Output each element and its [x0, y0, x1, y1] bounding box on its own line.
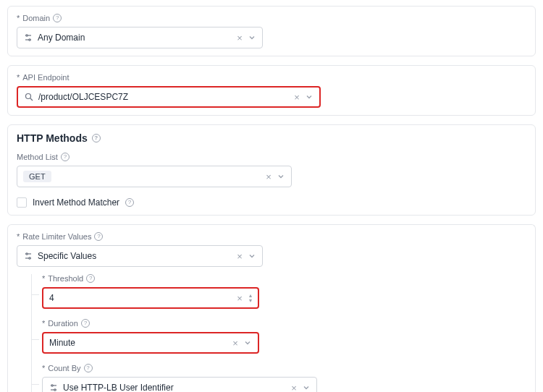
info-icon[interactable]: ?	[81, 319, 90, 328]
method-list-label: Method List ?	[17, 153, 526, 161]
info-icon[interactable]: ?	[125, 198, 134, 207]
domain-section: * Domain ? Any Domain ×	[7, 6, 536, 56]
chevron-down-icon	[302, 383, 311, 392]
svg-point-9	[29, 257, 30, 259]
api-endpoint-section: * API Endpoint /product/OLJCESPC7Z ×	[7, 65, 536, 116]
rate-limiter-nested: * Threshold ? 4 × ▴ ▾ * Duration ? Minut…	[31, 274, 526, 392]
domain-select[interactable]: Any Domain ×	[17, 27, 263, 48]
count-by-field: * Count By ? Use HTTP-LB User Identifier…	[42, 364, 526, 392]
stepper-down-icon: ▾	[249, 298, 252, 303]
chevron-down-icon	[243, 338, 252, 347]
sliders-icon	[49, 383, 59, 392]
svg-point-13	[54, 389, 56, 391]
duration-label: * Duration ?	[42, 319, 526, 328]
rate-limiter-select[interactable]: Specific Values ×	[17, 245, 263, 267]
domain-label: * Domain ?	[17, 14, 526, 22]
http-methods-heading: HTTP Methods ?	[17, 132, 526, 144]
rate-limiter-section: * Rate Limiter Values ? Specific Values …	[7, 224, 536, 392]
sliders-icon	[23, 251, 33, 261]
http-methods-section: HTTP Methods ? Method List ? GET × Inver…	[7, 124, 536, 216]
chevron-down-icon	[305, 93, 313, 101]
invert-method-row[interactable]: Invert Method Matcher ?	[17, 197, 526, 208]
api-endpoint-value: /product/OLJCESPC7Z	[38, 92, 292, 102]
count-by-select[interactable]: Use HTTP-LB User Identifier ×	[42, 377, 317, 392]
threshold-input[interactable]: 4 × ▴ ▾	[42, 287, 259, 309]
info-icon[interactable]: ?	[84, 364, 93, 372]
svg-point-1	[26, 35, 28, 36]
chevron-down-icon	[248, 252, 256, 260]
clear-icon[interactable]: ×	[235, 293, 245, 303]
chevron-down-icon	[277, 172, 285, 181]
clear-icon[interactable]: ×	[230, 338, 240, 348]
info-icon[interactable]: ?	[92, 134, 101, 142]
clear-icon[interactable]: ×	[289, 383, 299, 392]
chevron-down-icon	[248, 33, 256, 42]
info-icon[interactable]: ?	[94, 232, 103, 241]
rate-limiter-value: Specific Values	[38, 251, 235, 261]
svg-point-4	[26, 94, 31, 99]
svg-point-3	[29, 39, 30, 41]
invert-method-label: Invert Method Matcher	[33, 197, 119, 208]
info-icon[interactable]: ?	[53, 14, 62, 22]
info-icon[interactable]: ?	[61, 153, 70, 161]
duration-select[interactable]: Minute ×	[42, 332, 259, 354]
sliders-icon	[23, 33, 33, 43]
threshold-label: * Threshold ?	[42, 274, 526, 283]
invert-method-checkbox[interactable]	[17, 197, 27, 208]
search-icon	[24, 92, 34, 102]
number-stepper[interactable]: ▴ ▾	[249, 293, 252, 303]
threshold-field: * Threshold ? 4 × ▴ ▾	[42, 274, 526, 309]
duration-value: Minute	[49, 338, 230, 348]
domain-value: Any Domain	[38, 33, 235, 43]
api-endpoint-label: * API Endpoint	[17, 73, 526, 82]
svg-point-7	[26, 253, 28, 255]
count-by-label: * Count By ?	[42, 364, 526, 372]
svg-line-5	[30, 98, 33, 101]
clear-icon[interactable]: ×	[292, 92, 302, 102]
clear-icon[interactable]: ×	[235, 251, 245, 261]
svg-point-11	[51, 385, 53, 386]
clear-icon[interactable]: ×	[264, 171, 274, 182]
duration-field: * Duration ? Minute ×	[42, 319, 526, 354]
info-icon[interactable]: ?	[86, 274, 95, 283]
count-by-value: Use HTTP-LB User Identifier	[63, 383, 289, 392]
method-tag-get[interactable]: GET	[23, 171, 51, 182]
method-list-select[interactable]: GET ×	[17, 166, 292, 187]
rate-limiter-label: * Rate Limiter Values ?	[17, 232, 526, 241]
api-endpoint-select[interactable]: /product/OLJCESPC7Z ×	[17, 86, 321, 108]
clear-icon[interactable]: ×	[235, 33, 245, 43]
threshold-value: 4	[49, 293, 235, 303]
